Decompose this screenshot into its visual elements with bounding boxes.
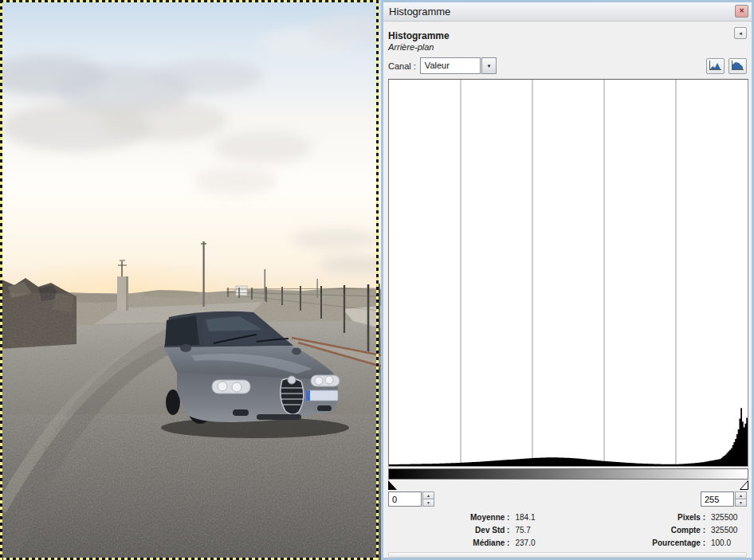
dialog-content: Histogramme ◄ Arrière-plan Canal : Valeu… (383, 22, 752, 558)
linear-histogram-button[interactable] (706, 58, 725, 74)
value-gradient-bar[interactable] (388, 468, 748, 480)
stat-value-compte: 325500 (711, 526, 744, 535)
layer-name: Arrière-plan (388, 42, 747, 52)
spin-up-icon[interactable]: ▲ (422, 491, 434, 499)
stat-label-mediane: Médiane : (470, 538, 509, 547)
stat-label-compte: Compte : (652, 526, 705, 535)
statistics: Moyenne : 184.1 Dev Std : 75.7 Médiane :… (388, 513, 747, 547)
canvas-image[interactable] (0, 0, 381, 560)
selection-marquee-right (376, 0, 379, 560)
stat-value-pixels: 325500 (711, 513, 744, 522)
range-slider-high-handle[interactable] (740, 480, 748, 490)
panel-title: Histogramme (388, 30, 450, 41)
stat-label-moyenne: Moyenne : (470, 513, 509, 522)
gimp-screen: Histogramme ✕ Histogramme ◄ Arrière-plan… (0, 0, 754, 560)
histogram-dialog: Histogramme ✕ Histogramme ◄ Arrière-plan… (381, 0, 754, 560)
stat-value-devstd: 75.7 (515, 526, 548, 535)
tab-menu-button[interactable]: ◄ (734, 27, 747, 39)
spin-up-icon[interactable]: ▲ (735, 491, 747, 499)
logarithmic-histogram-button[interactable] (728, 58, 747, 74)
close-button[interactable]: ✕ (735, 5, 748, 18)
stat-value-mediane: 237.0 (515, 538, 548, 547)
linear-histogram-icon (709, 60, 722, 71)
gravel-texture-foreground (0, 414, 381, 560)
chevron-down-icon: ▼ (486, 64, 491, 69)
selection-marquee-top (0, 0, 379, 2)
range-slider-low-handle[interactable] (388, 480, 397, 490)
stat-label-pourcentage: Pourcentage : (652, 538, 705, 547)
selection-marquee-left (0, 0, 2, 560)
close-icon: ✕ (739, 7, 744, 14)
histogram-plot (388, 79, 748, 467)
histogram-chart (389, 80, 748, 466)
channel-label: Canal : (388, 61, 416, 71)
range-low-spinner: ▲ ▼ (422, 491, 434, 507)
range-high-spinner: ▲ ▼ (735, 491, 747, 507)
dialog-titlebar[interactable]: Histogramme ✕ (383, 2, 752, 22)
chevron-left-icon: ◄ (738, 31, 743, 36)
channel-selected-value[interactable]: Valeur (420, 57, 481, 74)
spin-down-icon[interactable]: ▼ (735, 499, 747, 507)
range-slider-strip (388, 480, 748, 490)
stat-label-devstd: Dev Std : (470, 526, 509, 535)
range-high-input[interactable] (701, 491, 734, 507)
logarithmic-histogram-icon (731, 60, 744, 71)
photo-scene (0, 0, 381, 560)
channel-select[interactable]: Valeur ▼ (420, 57, 497, 74)
stat-value-moyenne: 184.1 (515, 513, 548, 522)
range-low-input[interactable] (388, 491, 422, 507)
dialog-title: Histogramme (389, 6, 450, 18)
resize-grip[interactable] (388, 552, 747, 558)
channel-dropdown-button[interactable]: ▼ (481, 57, 497, 74)
stat-label-pixels: Pixels : (652, 513, 705, 522)
stat-value-pourcentage: 100.0 (711, 538, 744, 547)
spin-down-icon[interactable]: ▼ (422, 499, 434, 507)
